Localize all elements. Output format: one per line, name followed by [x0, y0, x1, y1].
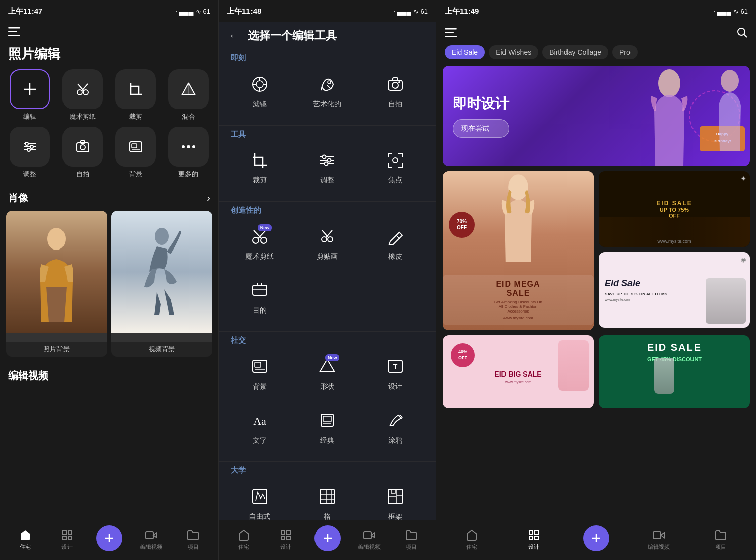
magic-scissors-p2-icon: New: [250, 227, 269, 249]
nav-home-1[interactable]: 住宅: [4, 529, 46, 551]
tool-filter[interactable]: 滤镜: [227, 69, 292, 115]
tool-magic-scissors[interactable]: 魔术剪纸: [59, 69, 107, 121]
tab-pro[interactable]: Pro: [612, 45, 638, 59]
svg-rect-97: [445, 28, 457, 30]
section-label-creative: 创造性的: [219, 204, 436, 221]
tool-selfie[interactable]: 自拍: [59, 127, 107, 179]
nav-design-3[interactable]: 设计: [503, 529, 565, 551]
tool-blend[interactable]: 混合: [164, 69, 212, 121]
bluetooth-icon-3: ⋅: [713, 8, 715, 15]
tool-collage[interactable]: 剪贴画: [294, 221, 360, 267]
template-eid-mega-sale[interactable]: 70%OFF EID MEGA SALE Get Amazing Discoun…: [443, 171, 594, 330]
svg-rect-32: [62, 536, 66, 540]
nav-add-3[interactable]: [565, 525, 627, 555]
tab-birthday-collage[interactable]: Birthday Collage: [542, 45, 608, 59]
draw-icon: [386, 411, 404, 433]
tool-text[interactable]: Aa 文字: [227, 405, 292, 451]
background-p2-label: 背景: [253, 382, 267, 391]
svg-rect-0: [8, 27, 20, 29]
hero-banner[interactable]: 即时设计 现在尝试: [443, 66, 750, 166]
tool-magic-scissors-p2[interactable]: New 魔术剪纸: [227, 221, 292, 267]
portrait-arrow-icon[interactable]: ›: [207, 192, 210, 204]
bluetooth-icon: ⋅: [175, 8, 177, 15]
portrait-card-video-bg[interactable]: 视频背景: [111, 211, 213, 357]
nav-video-label-3: 编辑视频: [648, 543, 670, 551]
svg-text:Aa: Aa: [253, 415, 266, 427]
status-bar-3: 上午11:49 ⋅ ▄▄▄ ∿ 61: [436, 0, 756, 22]
grid-icon: [318, 487, 336, 509]
signal-icon-2: ▄▄▄: [397, 8, 411, 15]
tool-artistic[interactable]: 艺术化的: [294, 69, 360, 115]
tool-adjust-p2[interactable]: 调整: [294, 145, 360, 191]
nav-video-label-2: 编辑视频: [358, 543, 381, 551]
svg-rect-36: [146, 532, 153, 539]
nav-project-label-1: 项目: [187, 543, 199, 551]
artistic-label: 艺术化的: [313, 100, 341, 109]
nav-project-3[interactable]: 项目: [689, 529, 752, 551]
nav-home-2[interactable]: 住宅: [223, 529, 265, 551]
template-eid-big-sale[interactable]: 40%OFF EID BIG SALE www.mysite.com: [443, 335, 594, 408]
tool-purpose[interactable]: 目的: [227, 275, 292, 321]
nav-project-1[interactable]: 项目: [172, 529, 214, 551]
svg-rect-90: [287, 531, 290, 534]
tool-adjust[interactable]: 调整: [6, 127, 54, 179]
portrait-card-photo-bg[interactable]: 照片背景: [6, 211, 107, 357]
eraser-icon: [386, 227, 404, 249]
section-purpose-tools: 目的: [219, 275, 436, 329]
nav-add-btn-1[interactable]: [96, 525, 122, 551]
portrait-photo-bg-img: [6, 211, 107, 333]
bottom-nav-3: 住宅 设计 编辑视频 项目: [436, 520, 756, 560]
tool-background[interactable]: 背景: [112, 127, 160, 179]
battery-icon-3: 61: [741, 8, 748, 15]
svg-point-53: [325, 162, 328, 166]
design-icon: T: [386, 357, 404, 379]
template-eid-sale-cosmetic[interactable]: Eid Sale SAVE UP TO 70% ON ALL ITEMS www…: [599, 252, 750, 328]
svg-rect-30: [68, 531, 72, 534]
svg-point-25: [187, 145, 190, 148]
back-button[interactable]: ←: [229, 29, 240, 42]
tool-classic[interactable]: 经典: [294, 405, 360, 451]
svg-marker-63: [389, 232, 402, 244]
template-eid-sale-top[interactable]: ◉ EID SALE UP TO 75% OFF www.mysite.com: [599, 171, 750, 247]
nav-design-2[interactable]: 设计: [265, 529, 306, 551]
nav-video-2[interactable]: 编辑视频: [348, 529, 390, 551]
hero-try-button[interactable]: 现在尝试: [453, 119, 509, 138]
p3-hamburger-button[interactable]: [445, 28, 457, 39]
status-time-3: 上午11:49: [445, 7, 479, 16]
tab-eid-sale[interactable]: Eid Sale: [445, 45, 485, 59]
tool-focus[interactable]: 焦点: [362, 145, 428, 191]
tool-background-p2[interactable]: 背景: [227, 351, 292, 397]
nav-add-btn-2[interactable]: [314, 525, 341, 551]
tool-edit-icon-box: [10, 69, 50, 109]
nav-home-3[interactable]: 住宅: [440, 529, 503, 551]
tool-shape[interactable]: New 形状: [294, 351, 360, 397]
adjust-p2-icon: [318, 151, 336, 173]
tab-eid-wishes[interactable]: Eid Wishes: [489, 45, 538, 59]
nav-design-1[interactable]: 设计: [46, 529, 88, 551]
classic-label: 经典: [320, 436, 334, 445]
svg-line-101: [744, 35, 747, 38]
tool-more[interactable]: 更多的: [164, 127, 212, 179]
magic-scissors-p2-label: 魔术剪纸: [245, 252, 274, 261]
nav-add-2[interactable]: [306, 525, 348, 555]
template-eid-sale-green[interactable]: EID SALE GET 45% DISCOUNT: [599, 335, 750, 408]
svg-rect-31: [68, 536, 72, 540]
hamburger-menu-button[interactable]: [8, 26, 20, 39]
nav-add-btn-3[interactable]: [583, 525, 609, 551]
svg-rect-87: [396, 489, 402, 495]
search-icon[interactable]: [736, 26, 748, 41]
tool-design[interactable]: T 设计: [362, 351, 428, 397]
svg-rect-113: [529, 536, 533, 540]
bottom-nav-2: 住宅 设计 编辑视频 项目: [219, 520, 436, 560]
tool-draw[interactable]: 涂鸦: [362, 405, 428, 451]
nav-video-1[interactable]: 编辑视频: [130, 529, 172, 551]
tool-selfie-p2[interactable]: 自拍: [362, 69, 428, 115]
tool-crop-p2[interactable]: 裁剪: [227, 145, 292, 191]
nav-video-3[interactable]: 编辑视频: [627, 529, 690, 551]
nav-project-2[interactable]: 项目: [390, 529, 432, 551]
tool-magic-scissors-icon: [62, 69, 103, 109]
tool-crop[interactable]: 裁剪: [112, 69, 160, 121]
tool-eraser[interactable]: 橡皮: [362, 221, 428, 267]
nav-add-1[interactable]: [88, 525, 130, 555]
tool-edit[interactable]: 编辑: [6, 69, 54, 121]
